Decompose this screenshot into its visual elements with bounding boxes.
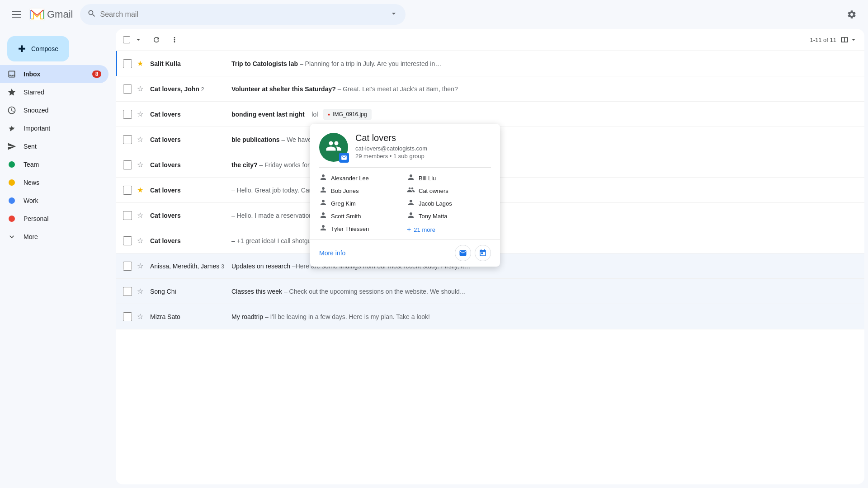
email-subject: Trip to Catologists lab (231, 60, 300, 67)
compose-plus-icon: ✚ (18, 43, 26, 54)
star-icon[interactable]: ☆ (136, 84, 145, 94)
sidebar-item-personal[interactable]: Personal (0, 210, 108, 228)
email-checkbox[interactable] (123, 59, 132, 68)
more-info-button[interactable]: More info (319, 249, 345, 257)
more-options-button[interactable] (167, 33, 182, 47)
important-icon (7, 124, 16, 133)
sender-name: Mizra Sato (150, 313, 231, 320)
email-checkbox[interactable] (123, 312, 132, 321)
popup-header: Cat lovers cat-lovers@catologists.com 29… (310, 124, 500, 167)
email-subject-area: bonding event last night – lol ▪ IMG_091… (231, 109, 857, 120)
list-item: Cat owners (407, 186, 491, 196)
sidebar: ✚ Compose Inbox 8 Starred Sn (0, 29, 116, 488)
email-toolbar: 1-11 of 11 (116, 29, 864, 51)
email-checkbox[interactable] (123, 262, 132, 271)
table-row[interactable]: ☆ Cat lovers bonding event last night – … (116, 102, 864, 127)
email-checkbox[interactable] (123, 236, 132, 245)
star-icon[interactable]: ☆ (136, 236, 145, 245)
compose-label: Compose (31, 45, 58, 52)
star-icon[interactable]: ★ (136, 59, 145, 68)
select-all-area[interactable] (123, 33, 146, 47)
plus-icon: + (407, 225, 411, 234)
split-view-button[interactable] (840, 35, 857, 44)
table-row[interactable]: ★ Salit Kulla Trip to Catologists lab – … (116, 51, 864, 76)
star-icon[interactable]: ☆ (136, 110, 145, 119)
sidebar-item-inbox[interactable]: Inbox 8 (0, 65, 108, 83)
menu-button[interactable] (7, 5, 25, 23)
person-icon (407, 211, 415, 221)
group-icon (407, 186, 415, 196)
search-bar[interactable] (80, 4, 406, 25)
settings-button[interactable] (843, 5, 861, 23)
work-label: Work (24, 197, 101, 204)
email-preview: – Planning for a trip in July. Are you i… (300, 60, 441, 67)
person-icon (319, 198, 327, 208)
table-row[interactable]: ☆ Song Chi Classes this week – Check out… (116, 279, 864, 304)
email-subject-area: My roadtrip – I'll be leaving in a few d… (231, 313, 857, 320)
search-input[interactable] (100, 10, 386, 19)
gmail-logo-icon (29, 6, 45, 23)
svg-rect-0 (12, 11, 21, 12)
email-preview: – I'll be leaving in a few days. Here is… (265, 313, 430, 320)
person-icon (407, 198, 415, 208)
email-subject: the city? (231, 161, 259, 169)
member-name: Bob Jones (331, 188, 359, 194)
star-icon[interactable]: ★ (136, 186, 145, 195)
member-name: Tyler Thiessen (331, 225, 369, 232)
star-icon[interactable]: ☆ (136, 211, 145, 220)
sender-name: Song Chi (150, 288, 231, 295)
member-name: Alexander Lee (331, 175, 369, 182)
email-subject-area: Trip to Catologists lab – Planning for a… (231, 60, 857, 67)
sidebar-item-team[interactable]: Team (0, 155, 108, 174)
email-checkbox[interactable] (123, 135, 132, 144)
news-label-dot (7, 178, 16, 187)
personal-label-dot (7, 214, 16, 223)
search-dropdown-icon[interactable] (389, 9, 398, 20)
compose-button[interactable]: ✚ Compose (7, 36, 69, 61)
email-checkbox[interactable] (123, 287, 132, 296)
star-icon[interactable]: ☆ (136, 287, 145, 296)
sidebar-item-news[interactable]: News (0, 174, 108, 192)
compose-email-button[interactable] (455, 245, 471, 261)
email-checkbox[interactable] (123, 160, 132, 169)
sidebar-item-work[interactable]: Work (0, 192, 108, 210)
refresh-button[interactable] (149, 33, 164, 47)
search-icon (87, 9, 96, 20)
sidebar-item-starred[interactable]: Starred (0, 83, 108, 101)
email-subject: bonding event last night (231, 111, 307, 118)
popup-members-list: Alexander Lee Bill Liu Bob (310, 168, 500, 239)
news-label: News (24, 179, 101, 186)
sidebar-item-important[interactable]: Important (0, 119, 108, 137)
person-icon (407, 173, 415, 183)
inbox-badge: 8 (92, 70, 101, 78)
person-icon (319, 173, 327, 183)
star-icon[interactable]: ☆ (136, 160, 145, 169)
more-chevron-icon (7, 232, 16, 241)
email-list: ★ Salit Kulla Trip to Catologists lab – … (116, 51, 864, 484)
email-checkbox[interactable] (123, 110, 132, 119)
table-row[interactable]: ☆ Mizra Sato My roadtrip – I'll be leavi… (116, 304, 864, 329)
sidebar-item-snoozed[interactable]: Snoozed (0, 101, 108, 119)
sender-name: Cat lovers (150, 212, 231, 219)
popup-info: Cat lovers cat-lovers@catologists.com 29… (355, 133, 491, 160)
calendar-button[interactable] (475, 245, 491, 261)
more-members-button[interactable]: + 21 more (407, 225, 491, 234)
sidebar-item-more[interactable]: More (0, 228, 108, 246)
member-name: Cat owners (419, 188, 448, 194)
team-label-dot (7, 160, 16, 169)
star-icon[interactable]: ☆ (136, 312, 145, 321)
email-checkbox[interactable] (123, 186, 132, 195)
table-row[interactable]: ☆ Cat lovers, John 2 Volunteer at shelte… (116, 76, 864, 102)
star-icon[interactable]: ☆ (136, 135, 145, 144)
email-checkbox[interactable] (123, 84, 132, 94)
select-all-checkbox[interactable] (123, 36, 130, 43)
popup-footer: More info (310, 239, 500, 267)
sender-name: Cat lovers (150, 237, 231, 244)
star-icon[interactable]: ☆ (136, 262, 145, 271)
snoozed-icon (7, 106, 16, 115)
email-checkbox[interactable] (123, 211, 132, 220)
sender-name: Cat lovers (150, 136, 231, 143)
select-dropdown-icon[interactable] (131, 33, 146, 47)
sidebar-item-sent[interactable]: Sent (0, 137, 108, 155)
sender-name: Cat lovers (150, 111, 231, 118)
